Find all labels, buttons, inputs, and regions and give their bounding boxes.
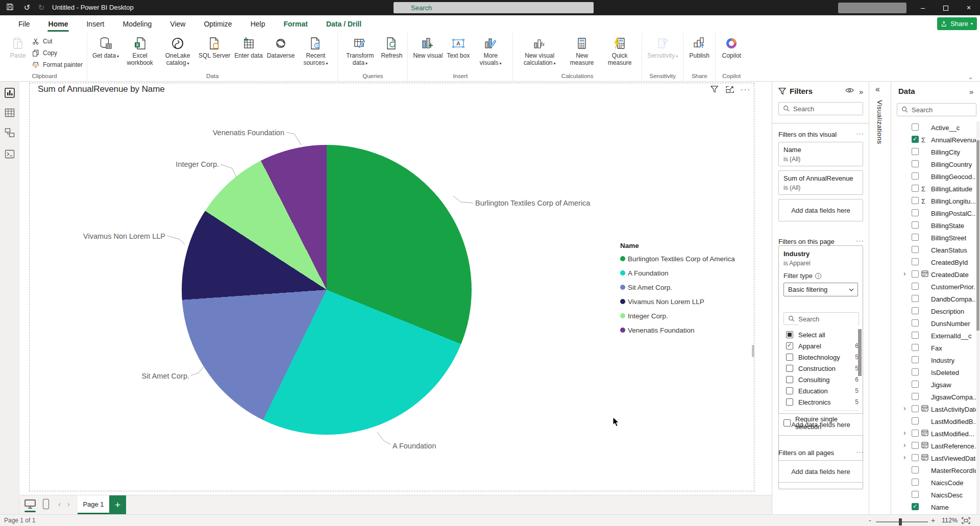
page-tab[interactable]: Page 1: [78, 495, 109, 514]
enter-data-button[interactable]: Enter data: [233, 35, 263, 61]
legend-item[interactable]: Sit Amet Corp.: [620, 283, 753, 292]
eye-icon[interactable]: [845, 87, 854, 93]
model-view-icon[interactable]: [5, 128, 15, 138]
pie-chart[interactable]: [182, 145, 472, 435]
option-checkbox[interactable]: ✓: [786, 331, 793, 338]
share-button[interactable]: Share ▾: [937, 17, 977, 30]
field-checkbox[interactable]: ✓: [912, 197, 919, 204]
transform-data-button[interactable]: Transform data: [342, 35, 378, 68]
filter-type-select[interactable]: Basic filtering: [783, 283, 858, 296]
field-row[interactable]: › ✓ Σ BillingGeocod...: [891, 170, 980, 183]
excel-workbook-button[interactable]: X Excel workbook: [122, 35, 158, 68]
field-row[interactable]: › ✓ Σ BillingCity: [891, 146, 980, 158]
field-row[interactable]: › ✓ Σ Active__c: [891, 121, 980, 134]
zoom-slider-track[interactable]: [876, 521, 928, 522]
field-checkbox[interactable]: ✓: [912, 393, 919, 400]
get-data-button[interactable]: Get data: [91, 35, 120, 61]
filter-option-row[interactable]: ✓ Construction 5: [779, 363, 864, 374]
legend-item[interactable]: Integer Corp.: [620, 311, 753, 320]
field-checkbox[interactable]: ✓: [912, 136, 919, 143]
field-checkbox[interactable]: ✓: [912, 234, 919, 241]
tab-data-drill[interactable]: Data / Drill: [319, 15, 369, 33]
field-checkbox[interactable]: ✓: [912, 319, 919, 327]
field-checkbox[interactable]: ✓: [912, 172, 919, 180]
data-search[interactable]: [897, 103, 976, 116]
field-row[interactable]: › ✓ Σ Name: [891, 501, 980, 513]
field-checkbox[interactable]: ✓: [912, 307, 919, 314]
undo-icon[interactable]: ↺: [22, 3, 32, 12]
tab-file[interactable]: File: [11, 15, 37, 33]
copilot-button[interactable]: Copilot: [720, 35, 743, 61]
field-checkbox[interactable]: ✓: [912, 430, 919, 437]
new-visual-calculation-button[interactable]: fx New visual calculation: [517, 35, 562, 68]
add-data-fields-dropzone[interactable]: Add data fields here: [778, 413, 863, 436]
dataverse-button[interactable]: Dataverse: [266, 35, 296, 61]
filter-card-name[interactable]: Name is (All): [778, 142, 863, 166]
field-row[interactable]: › ✓ Σ AnnualRevenue: [891, 134, 980, 146]
field-row[interactable]: › ✓ Σ Fax: [891, 342, 980, 354]
legend-item[interactable]: Burlington Textiles Corp of America: [620, 254, 753, 263]
field-checkbox[interactable]: ✓: [912, 356, 919, 363]
global-search-input[interactable]: [394, 2, 594, 13]
data-search-input[interactable]: [912, 104, 975, 116]
field-row[interactable]: › ✓ Σ LastModified...: [891, 428, 980, 440]
field-checkbox[interactable]: ✓: [912, 479, 919, 486]
onelake-catalog-button[interactable]: OneLake catalog: [160, 35, 195, 68]
field-row[interactable]: › ✓ Σ LastReference...: [891, 440, 980, 452]
publish-button[interactable]: Publish: [688, 35, 711, 61]
field-checkbox[interactable]: ✓: [912, 405, 919, 412]
field-checkbox[interactable]: ✓: [912, 417, 919, 424]
refresh-button[interactable]: Refresh: [380, 35, 403, 61]
field-checkbox[interactable]: ✓: [912, 503, 919, 510]
filter-option-row[interactable]: ✓ Electronics 5: [779, 396, 864, 408]
fit-to-page-icon[interactable]: [962, 517, 970, 524]
zoom-in-button[interactable]: +: [931, 516, 935, 524]
field-checkbox[interactable]: ✓: [912, 123, 919, 131]
field-checkbox[interactable]: ✓: [912, 344, 919, 351]
tab-modeling[interactable]: Modeling: [115, 15, 159, 33]
field-row[interactable]: › ✓ Σ DandbCompa...: [891, 293, 980, 305]
data-scrollbar[interactable]: [976, 140, 979, 331]
field-row[interactable]: › ✓ Σ Industry: [891, 354, 980, 366]
option-checkbox[interactable]: ✓: [786, 365, 793, 372]
field-checkbox[interactable]: ✓: [912, 148, 919, 155]
field-row[interactable]: › ✓ Σ BillingCountry: [891, 158, 980, 170]
filter-option-row[interactable]: ✓ Select all: [779, 329, 864, 340]
option-checkbox[interactable]: ✓: [786, 376, 793, 383]
tab-home[interactable]: Home: [41, 15, 76, 33]
field-row[interactable]: › ✓ Σ IsDeleted: [891, 366, 980, 379]
quick-measure-button[interactable]: Quick measure: [602, 35, 638, 68]
field-checkbox[interactable]: ✓: [912, 221, 919, 229]
legend-item[interactable]: A Foundation: [620, 268, 753, 278]
filter-option-row[interactable]: ✓ Apparel 6: [779, 340, 864, 352]
filter-card-annualrevenue[interactable]: Sum of AnnualRevenue is (All): [778, 170, 863, 195]
field-checkbox[interactable]: ✓: [912, 332, 919, 339]
filter-option-row[interactable]: ✓ Education 5: [779, 385, 864, 396]
field-row[interactable]: › ✓ Σ DunsNumber: [891, 317, 980, 330]
legend-item[interactable]: Venenatis Foundation: [620, 325, 753, 335]
field-row[interactable]: › ✓ Σ NaicsDesc: [891, 489, 980, 501]
add-data-fields-dropzone[interactable]: Add data fields here: [778, 460, 863, 483]
field-row[interactable]: › ✓ Σ NaicsCode: [891, 477, 980, 489]
recent-sources-button[interactable]: Recent sources: [298, 35, 333, 68]
sensitivity-button[interactable]: Sensitivity: [646, 35, 679, 61]
option-checkbox[interactable]: ✓: [786, 354, 793, 361]
field-row[interactable]: › ✓ Σ BillingPostalC...: [891, 207, 980, 219]
field-row[interactable]: › ✓ Σ LastModifiedB...: [891, 415, 980, 428]
field-row[interactable]: › ✓ Σ MasterRecordId: [891, 464, 980, 477]
field-row[interactable]: › ✓ Σ BillingLatitude: [891, 183, 980, 195]
expand-chevron-icon[interactable]: ›: [903, 404, 906, 412]
account-area[interactable]: [838, 3, 906, 13]
field-row[interactable]: › ✓ Σ BillingLongitu...: [891, 195, 980, 207]
new-visual-button[interactable]: New visual: [412, 35, 444, 61]
canvas-scrollbar[interactable]: [752, 345, 754, 357]
report-canvas[interactable]: Sum of AnnualRevenue by Name ··· Venenat…: [19, 82, 772, 495]
field-checkbox[interactable]: ✓: [912, 295, 919, 302]
paste-button[interactable]: Paste: [6, 35, 30, 61]
desktop-view-icon[interactable]: [24, 499, 36, 509]
save-icon[interactable]: [6, 3, 15, 12]
dax-query-view-icon[interactable]: [5, 149, 15, 159]
field-checkbox[interactable]: ✓: [912, 258, 919, 265]
report-view-icon[interactable]: [5, 88, 15, 98]
new-measure-button[interactable]: New measure: [564, 35, 600, 68]
